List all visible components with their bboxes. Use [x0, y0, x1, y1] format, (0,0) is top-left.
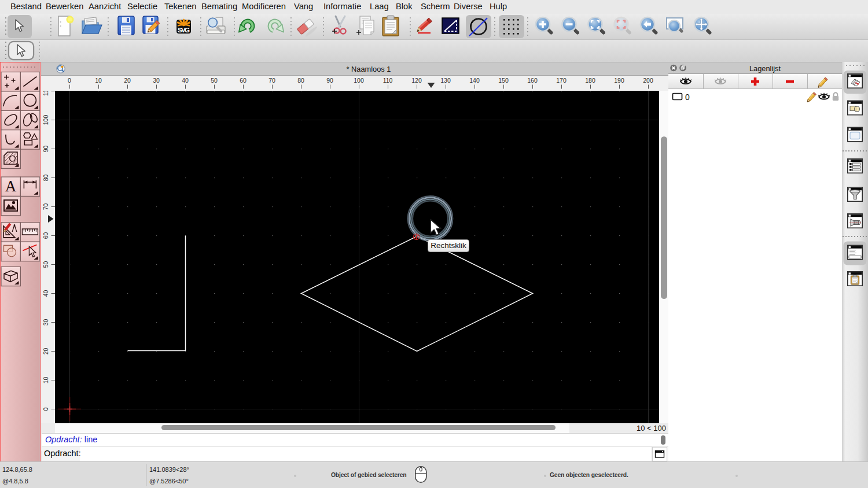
svg-text:50: 50 [42, 261, 49, 268]
svg-text:0: 0 [42, 407, 49, 411]
svg-text:40: 40 [182, 77, 189, 84]
svg-text:20: 20 [42, 347, 49, 354]
svg-text:60: 60 [42, 232, 49, 239]
svg-text:100: 100 [42, 114, 49, 125]
svg-text:110: 110 [383, 77, 393, 84]
svg-text:200: 200 [643, 77, 653, 84]
svg-text:70: 70 [42, 203, 49, 210]
svg-text:110: 110 [42, 91, 49, 96]
svg-text:10: 10 [42, 376, 49, 383]
svg-text:100: 100 [354, 77, 364, 84]
svg-text:SVG: SVG [178, 27, 190, 34]
svg-text:160: 160 [527, 77, 538, 84]
svg-text:140: 140 [469, 77, 480, 84]
svg-text:A: A [5, 178, 17, 195]
svg-text:170: 170 [556, 77, 567, 84]
svg-text:80: 80 [42, 174, 49, 181]
svg-text:120: 120 [411, 77, 422, 84]
svg-text:70: 70 [269, 77, 275, 84]
svg-text:90: 90 [326, 77, 333, 84]
svg-text:80: 80 [297, 77, 304, 84]
svg-text:50: 50 [211, 77, 218, 84]
svg-text:20: 20 [124, 77, 131, 84]
svg-text:0: 0 [685, 93, 690, 102]
svg-text:130: 130 [440, 77, 451, 84]
svg-text:30: 30 [153, 77, 160, 84]
svg-text:150: 150 [498, 77, 509, 84]
svg-text:10: 10 [95, 77, 102, 84]
svg-text:30: 30 [42, 319, 49, 326]
svg-text:40: 40 [42, 290, 49, 297]
svg-text:0: 0 [68, 77, 71, 84]
svg-text:60: 60 [240, 77, 247, 84]
svg-text:90: 90 [42, 145, 49, 152]
svg-text:190: 190 [614, 77, 624, 84]
svg-text:180: 180 [585, 77, 595, 84]
